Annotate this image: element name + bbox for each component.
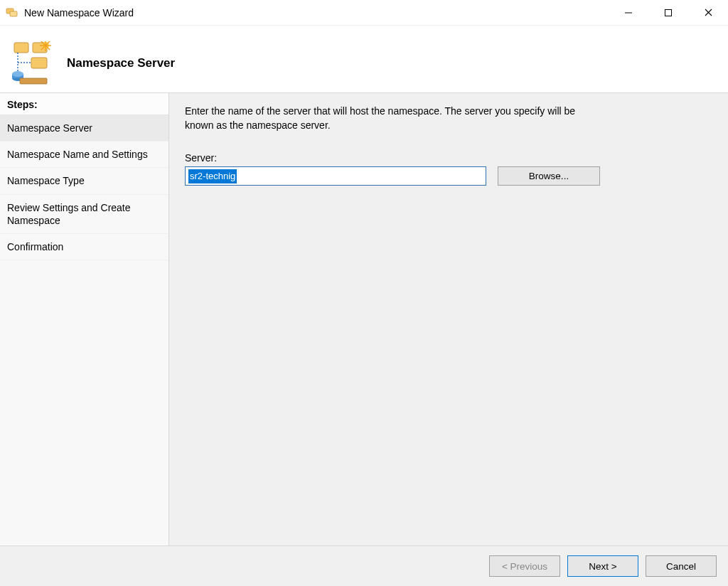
server-label: Server: xyxy=(185,152,712,164)
server-field-row: sr2-technig Browse... xyxy=(185,166,712,186)
browse-button[interactable]: Browse... xyxy=(498,166,600,186)
wizard-footer: < Previous Next > Cancel xyxy=(0,546,728,586)
svg-rect-6 xyxy=(14,43,28,53)
window-controls xyxy=(609,0,728,25)
svg-point-18 xyxy=(12,71,23,77)
minimize-button[interactable] xyxy=(609,0,648,25)
namespace-folders-icon xyxy=(6,6,18,19)
svg-rect-19 xyxy=(20,78,47,84)
steps-header: Steps: xyxy=(0,93,168,115)
svg-rect-1 xyxy=(10,11,17,16)
step-namespace-type[interactable]: Namespace Type xyxy=(0,168,168,194)
page-title: Namespace Server xyxy=(67,56,175,70)
svg-rect-15 xyxy=(31,58,47,68)
next-button[interactable]: Next > xyxy=(567,555,638,577)
content-panel: Enter the name of the server that will h… xyxy=(169,93,728,545)
server-input-selection: sr2-technig xyxy=(188,169,237,183)
wizard-header: Namespace Server xyxy=(0,26,728,92)
step-namespace-server[interactable]: Namespace Server xyxy=(0,115,168,142)
close-button[interactable] xyxy=(688,0,728,25)
step-review-create[interactable]: Review Settings and Create Namespace xyxy=(0,195,168,234)
step-namespace-name-settings[interactable]: Namespace Name and Settings xyxy=(0,142,168,168)
previous-button[interactable]: < Previous xyxy=(489,555,560,577)
server-input[interactable]: sr2-technig xyxy=(185,166,486,186)
svg-rect-3 xyxy=(665,9,672,16)
steps-panel: Steps: Namespace Server Namespace Name a… xyxy=(0,93,169,545)
window-title: New Namespace Wizard xyxy=(24,7,609,18)
wizard-body: Steps: Namespace Server Namespace Name a… xyxy=(0,92,728,546)
maximize-button[interactable] xyxy=(648,0,688,25)
namespace-wizard-icon xyxy=(10,41,54,85)
step-confirmation[interactable]: Confirmation xyxy=(0,234,168,260)
titlebar: New Namespace Wizard xyxy=(0,0,728,26)
instruction-text: Enter the name of the server that will h… xyxy=(185,105,583,132)
cancel-button[interactable]: Cancel xyxy=(646,555,717,577)
